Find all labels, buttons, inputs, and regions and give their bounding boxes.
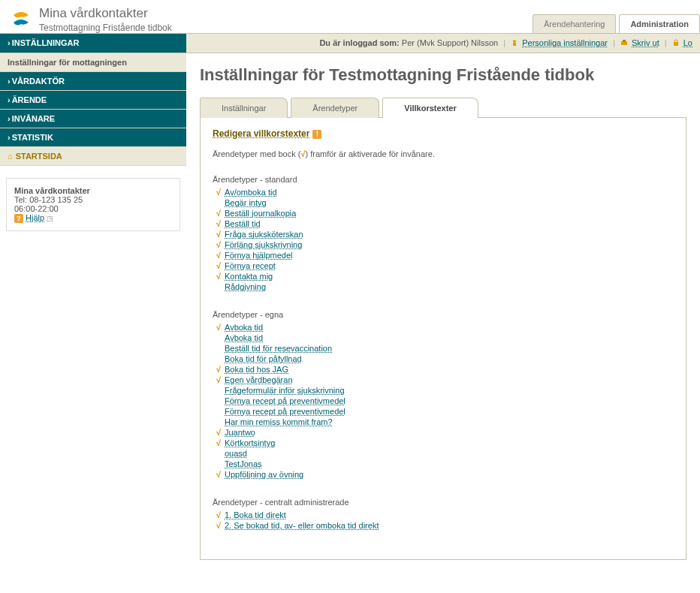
errand-type-link[interactable]: Avboka tid — [225, 323, 263, 332]
check-icon: √ — [213, 510, 225, 519]
popup-icon: ◳ — [47, 215, 53, 222]
errand-type-row: Avboka tid — [213, 333, 674, 343]
link-help[interactable]: Hjälp — [26, 213, 44, 222]
home-icon: ⌂ — [8, 152, 13, 161]
errand-type-row: √Kontakta mig — [213, 271, 674, 281]
page-title: Inställningar för Testmottagning Friståe… — [200, 65, 686, 85]
check-icon: √ — [213, 375, 225, 384]
errand-type-row: Förnya recept på preventivmedel — [213, 396, 674, 406]
errand-type-link[interactable]: TestJonas — [225, 459, 262, 468]
errand-type-link[interactable]: Förnya recept på preventivmedel — [225, 396, 345, 405]
errand-type-link[interactable]: Juantwo — [225, 428, 255, 437]
errand-type-link[interactable]: 1. Boka tid direkt — [225, 510, 286, 519]
check-icon: √ — [213, 470, 225, 479]
errand-type-link[interactable]: Kontakta mig — [225, 272, 273, 281]
check-icon: √ — [213, 261, 225, 270]
errand-type-link[interactable]: Beställ journalkopia — [225, 209, 296, 218]
info-title: Mina vårdkontakter — [14, 186, 172, 195]
tab-arendehantering[interactable]: Ärendehantering — [533, 14, 616, 33]
link-edit-terms[interactable]: Redigera villkorstexter — [213, 128, 309, 139]
errand-type-link[interactable]: Egen vårdbegäran — [225, 375, 293, 384]
sidebar-item-vårdaktör[interactable]: ›VÅRDAKTÖR — [0, 72, 186, 91]
link-print[interactable]: Skriv ut — [632, 38, 659, 47]
errand-type-link[interactable]: Förnya recept på preventivmedel — [225, 407, 345, 416]
errand-type-link[interactable]: Avboka tid — [225, 333, 263, 342]
errand-type-link[interactable]: Boka tid hos JAG — [225, 365, 288, 374]
errand-type-row: Begär intyg — [213, 197, 674, 208]
check-icon: √ — [213, 188, 225, 197]
errand-type-link[interactable]: Frågeformulär inför sjukskrivning — [225, 386, 345, 395]
errand-type-row: √Egen vårdbegäran — [213, 375, 674, 385]
errand-type-row: √Körtkortsintyg — [213, 438, 674, 448]
topbar: ›INSTÄLLNINGAR Du är inloggad som: Per (… — [0, 33, 700, 53]
brand-subtitle: Testmottagning Fristående tidbok — [39, 23, 172, 33]
errand-type-link[interactable]: Boka tid för påfyllnad — [225, 354, 302, 363]
contact-info-box: Mina vårdkontakter Tel: 08-123 135 25 06… — [6, 178, 180, 231]
sidebar-sub-settings[interactable]: Inställningar för mottagningen — [0, 53, 186, 72]
main: Inställningar för mottagningen ›VÅRDAKTÖ… — [0, 53, 700, 572]
errand-type-row: Frågeformulär inför sjukskrivning — [213, 385, 674, 396]
group-title: Ärendetyper - centralt administrerade — [213, 498, 674, 507]
check-icon: √ — [213, 428, 225, 437]
tab-administration[interactable]: Administration — [619, 14, 700, 33]
errand-type-row: √Uppföljning av övning — [213, 469, 674, 480]
errand-type-link[interactable]: Fråga sjuksköterskan — [225, 230, 303, 239]
sidebar-header-label: INSTÄLLNINGAR — [12, 38, 80, 47]
errand-type-link[interactable]: 2. Se bokad tid, av- eller omboka tid di… — [225, 521, 379, 530]
errand-type-link[interactable]: Rådgivning — [225, 282, 266, 291]
tab-installningar[interactable]: Inställningar — [200, 98, 288, 118]
errand-type-link[interactable]: Förnya hjälpmedel — [225, 251, 293, 260]
errand-type-link[interactable]: Beställ tid för resevaccination — [225, 344, 332, 353]
check-icon: √ — [213, 219, 225, 228]
content: Inställningar för Testmottagning Friståe… — [186, 53, 700, 572]
link-logout[interactable]: Lo — [683, 38, 692, 47]
tab-villkorstexter[interactable]: Villkorstexter — [382, 98, 478, 118]
errand-type-row: TestJonas — [213, 459, 674, 469]
sidebar-item-ärende[interactable]: ›ÄRENDE — [0, 91, 186, 110]
errand-type-link[interactable]: Körtkortsintyg — [225, 438, 275, 447]
check-icon: √ — [213, 521, 225, 530]
svg-point-0 — [513, 40, 516, 43]
warning-icon: ! — [312, 130, 321, 139]
errand-type-link[interactable]: Har min remiss kommit fram? — [225, 417, 333, 426]
errand-type-row: Rådgivning — [213, 281, 674, 292]
sidebar-item-invånare[interactable]: ›INVÅNARE — [0, 110, 186, 128]
svg-rect-1 — [513, 43, 516, 46]
errand-type-link[interactable]: Förnya recept — [225, 261, 276, 270]
help-icon: ? — [14, 214, 23, 223]
user-icon — [511, 39, 518, 48]
errand-type-row: √Beställ journalkopia — [213, 208, 674, 218]
errand-type-link[interactable]: Uppföljning av övning — [225, 470, 303, 479]
print-icon — [620, 39, 628, 48]
errand-type-link[interactable]: Förläng sjukskrivning — [225, 240, 302, 249]
errand-type-link[interactable]: ouasd — [225, 449, 247, 458]
errand-type-row: √Förnya hjälpmedel — [213, 250, 674, 260]
errand-type-link[interactable]: Av/omboka tid — [225, 188, 277, 197]
errand-type-row: √Av/omboka tid — [213, 187, 674, 197]
logged-as-label: Du är inloggad som: — [319, 38, 399, 47]
info-tel: Tel: 08-123 135 25 — [14, 195, 172, 204]
login-bar: Du är inloggad som: Per (Mvk Support) Ni… — [186, 34, 700, 53]
tab-arendetyper[interactable]: Ärendetyper — [291, 98, 379, 118]
check-icon: √ — [213, 240, 225, 249]
sidebar-home[interactable]: ⌂STARTSIDA — [0, 147, 186, 166]
content-tabs: Inställningar Ärendetyper Villkorstexter — [200, 97, 686, 118]
errand-type-row: √Beställ tid — [213, 218, 674, 229]
check-icon: √ — [213, 230, 225, 239]
errand-type-row: √2. Se bokad tid, av- eller omboka tid d… — [213, 520, 674, 531]
errand-type-row: √Boka tid hos JAG — [213, 364, 674, 375]
errand-type-row: Förnya recept på preventivmedel — [213, 406, 674, 417]
check-icon: √ — [213, 323, 225, 332]
sidebar-item-statistik[interactable]: ›STATISTIK — [0, 128, 186, 147]
errand-type-row: √Förnya recept — [213, 260, 674, 271]
lock-icon — [672, 39, 680, 48]
errand-type-row: √Förläng sjukskrivning — [213, 239, 674, 250]
svg-rect-3 — [623, 40, 626, 42]
link-personal-settings[interactable]: Personliga inställningar — [522, 38, 608, 47]
brand-title: Mina vårdkontakter — [39, 6, 172, 21]
check-icon: √ — [213, 272, 225, 281]
top-tabs: Ärendehantering Administration — [533, 14, 700, 33]
errand-type-link[interactable]: Begär intyg — [225, 198, 267, 207]
sidebar-header[interactable]: ›INSTÄLLNINGAR — [0, 34, 186, 53]
errand-type-link[interactable]: Beställ tid — [225, 219, 261, 228]
